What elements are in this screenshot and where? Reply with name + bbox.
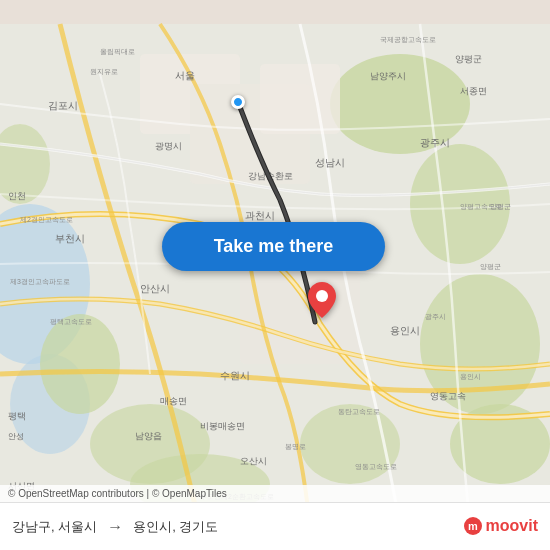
map-container: 김포시 인천 부천시 서울 광명시 강남순환로 과천시 성남시 광주시 남양주시… — [0, 0, 550, 550]
svg-text:수원시: 수원시 — [220, 370, 250, 381]
moovit-name: moovit — [486, 517, 538, 535]
svg-text:광명시: 광명시 — [155, 141, 182, 151]
svg-text:안산시: 안산시 — [140, 283, 170, 294]
svg-text:과천시: 과천시 — [245, 210, 275, 221]
svg-rect-15 — [240, 264, 360, 364]
svg-text:용인시: 용인시 — [460, 373, 481, 380]
svg-text:양평군: 양평군 — [480, 263, 501, 270]
svg-text:서종면: 서종면 — [460, 86, 487, 96]
svg-text:국제공항고속도로: 국제공항고속도로 — [380, 36, 436, 44]
svg-text:m: m — [468, 520, 478, 532]
bottom-bar: 강남구, 서울시 → 용인시, 경기도 m moovit — [0, 502, 550, 550]
svg-text:용인시: 용인시 — [390, 325, 420, 336]
svg-text:광주시: 광주시 — [420, 137, 450, 148]
origin-label: 강남구, 서울시 — [12, 518, 97, 536]
svg-text:제2경인고속도로: 제2경인고속도로 — [20, 216, 73, 224]
svg-text:광주시: 광주시 — [425, 313, 446, 321]
moovit-icon: m — [463, 516, 483, 536]
svg-text:원지유로: 원지유로 — [90, 68, 118, 75]
attribution-bar: © OpenStreetMap contributors | © OpenMap… — [0, 485, 550, 502]
svg-text:양평군: 양평군 — [490, 203, 511, 210]
svg-text:올림픽대로: 올림픽대로 — [100, 48, 135, 56]
map-background: 김포시 인천 부천시 서울 광명시 강남순환로 과천시 성남시 광주시 남양주시… — [0, 0, 550, 550]
svg-text:영동고속도로: 영동고속도로 — [355, 463, 397, 471]
attribution-text: © OpenStreetMap contributors | © OpenMap… — [8, 488, 227, 499]
origin-marker — [231, 95, 245, 109]
svg-text:부천시: 부천시 — [55, 233, 85, 244]
arrow-icon: → — [107, 518, 123, 536]
destination-marker — [308, 282, 336, 322]
svg-text:서울: 서울 — [175, 70, 195, 81]
svg-text:비봉매송면: 비봉매송면 — [200, 421, 245, 431]
moovit-branding: m moovit — [463, 516, 538, 536]
svg-text:남양읍: 남양읍 — [135, 431, 162, 441]
svg-text:영동고속: 영동고속 — [430, 391, 466, 401]
svg-text:양평군: 양평군 — [455, 54, 482, 64]
svg-text:남양주시: 남양주시 — [370, 71, 406, 81]
svg-text:봉명로: 봉명로 — [285, 443, 306, 451]
svg-text:평택: 평택 — [8, 411, 26, 421]
svg-text:성남시: 성남시 — [315, 157, 345, 168]
svg-rect-14 — [260, 64, 340, 134]
svg-text:인천: 인천 — [8, 191, 26, 201]
take-me-there-button[interactable]: Take me there — [162, 222, 385, 271]
svg-point-8 — [40, 314, 120, 414]
destination-label: 용인시, 경기도 — [133, 518, 218, 536]
svg-text:동탄고속도로: 동탄고속도로 — [338, 408, 380, 416]
svg-text:제3경인고속파도로: 제3경인고속파도로 — [10, 278, 70, 286]
svg-text:매송면: 매송면 — [160, 396, 187, 406]
svg-text:안성: 안성 — [8, 432, 24, 441]
svg-point-56 — [316, 290, 328, 302]
svg-text:강남순환로: 강남순환로 — [248, 171, 293, 181]
route-summary: 강남구, 서울시 → 용인시, 경기도 — [12, 518, 218, 536]
svg-text:김포시: 김포시 — [48, 100, 78, 111]
svg-text:평택고속도로: 평택고속도로 — [50, 318, 92, 326]
svg-text:오산시: 오산시 — [240, 456, 267, 466]
